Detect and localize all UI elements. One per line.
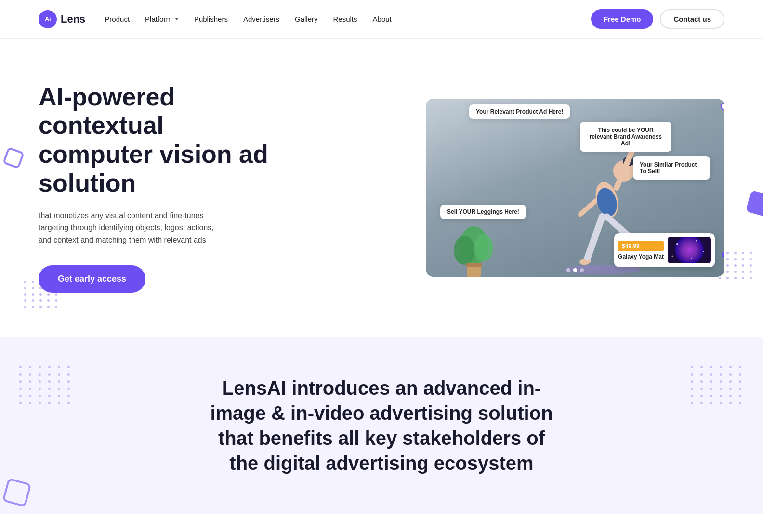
chevron-down-icon: [175, 18, 179, 20]
ad-price: $49.99: [618, 241, 664, 251]
hero-content: AI-powered contextual computer vision ad…: [39, 83, 279, 293]
svg-point-24: [672, 256, 673, 257]
deco-shape-left: [2, 147, 25, 169]
nav-publishers[interactable]: Publishers: [194, 15, 228, 23]
deco-bottom-shape: [2, 478, 31, 507]
nav-actions: Free Demo Contact us: [591, 9, 724, 29]
hero-title: AI-powered contextual computer vision ad…: [39, 83, 279, 198]
svg-point-15: [454, 236, 475, 265]
early-access-button[interactable]: Get early access: [39, 265, 145, 293]
svg-point-22: [696, 240, 697, 242]
intro-title: LensAI introduces an advanced in-image &…: [208, 376, 555, 476]
nav-links: Product Platform Publishers Advertisers …: [105, 15, 591, 23]
section2-dots-right: for(let i=0;i<36;i++) document.write('<d…: [691, 366, 744, 404]
nav-advertisers[interactable]: Advertisers: [243, 15, 279, 23]
ad-box-relevant-product: Your Relevant Product Ad Here!: [469, 104, 570, 119]
hero-image: Your Relevant Product Ad Here! This coul…: [426, 99, 724, 277]
svg-point-25: [691, 258, 692, 259]
nav-about[interactable]: About: [373, 15, 392, 23]
logo-icon: Ai: [39, 10, 57, 28]
hero-subtitle: that monetizes any visual content and fi…: [39, 209, 222, 247]
logo-name: Lens: [61, 13, 85, 26]
logo[interactable]: Ai Lens: [39, 10, 85, 28]
hero-section: for(let i=0;i<25;i++) document.write('<d…: [0, 39, 763, 337]
nav-results[interactable]: Results: [333, 15, 357, 23]
svg-line-4: [580, 197, 600, 214]
navbar: Ai Lens Product Platform Publishers Adve…: [0, 0, 763, 39]
svg-point-20: [675, 237, 704, 263]
hero-visual: Your Relevant Product Ad Here! This coul…: [279, 99, 724, 277]
ad-product-image: [668, 237, 711, 263]
carousel-dot-2[interactable]: [573, 268, 577, 272]
svg-point-16: [474, 234, 493, 261]
ad-box-leggings: Sell YOUR Leggings Here!: [440, 205, 526, 219]
ad-product-name: Galaxy Yoga Mat: [618, 253, 664, 260]
carousel-dot-3[interactable]: [580, 268, 584, 272]
intro-section: for(let i=0;i<36;i++) document.write('<d…: [0, 337, 763, 514]
free-demo-button[interactable]: Free Demo: [591, 9, 654, 29]
deco-shape-right: [746, 190, 763, 217]
ad-box-similar-product: Your Similar Product To Sell!: [633, 156, 710, 180]
contact-us-button[interactable]: Contact us: [660, 9, 724, 29]
carousel-dot-1[interactable]: [566, 268, 570, 272]
carousel-dots: [566, 268, 584, 272]
svg-point-21: [676, 243, 678, 245]
nav-gallery[interactable]: Gallery: [295, 15, 318, 23]
frame-dot-bottom: [722, 252, 724, 258]
section2-dots-left: for(let i=0;i<36;i++) document.write('<d…: [19, 366, 72, 404]
nav-product[interactable]: Product: [105, 15, 130, 23]
ad-box-brand-awareness: This could be YOUR relevant Brand Awaren…: [580, 122, 671, 152]
ad-product-box: $49.99 Galaxy Yoga Mat: [614, 233, 715, 267]
plant-decoration: [452, 209, 496, 277]
svg-point-23: [703, 251, 704, 252]
svg-line-10: [588, 217, 602, 258]
nav-platform[interactable]: Platform: [145, 15, 179, 23]
svg-rect-18: [466, 263, 482, 267]
frame-dot-top: [722, 104, 724, 109]
